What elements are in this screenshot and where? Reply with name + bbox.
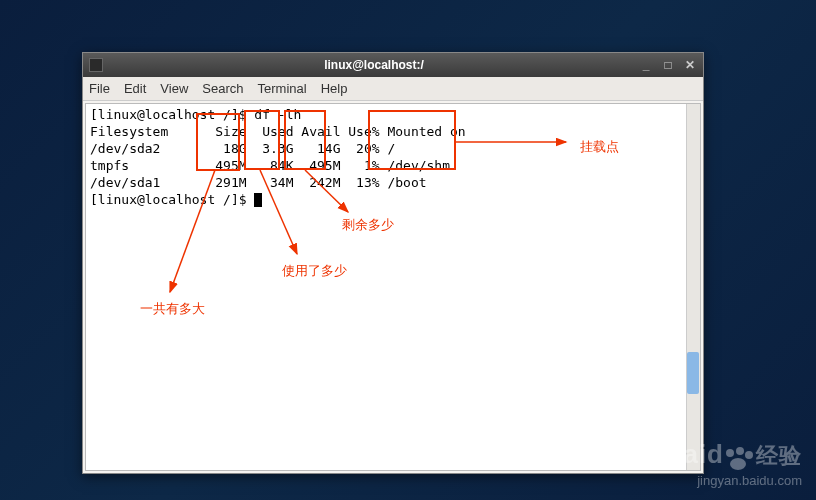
minimize-button[interactable]: _	[639, 58, 653, 72]
cursor	[254, 193, 262, 207]
watermark: Baid 经验 jingyan.baidu.com	[664, 439, 802, 488]
terminal-body[interactable]: [linux@localhost /]$ df -lh Filesystem S…	[85, 103, 701, 471]
menu-bar: File Edit View Search Terminal Help	[83, 77, 703, 101]
terminal-window: linux@localhost:/ _ □ ✕ File Edit View S…	[82, 52, 704, 474]
watermark-url: jingyan.baidu.com	[664, 473, 802, 488]
maximize-button[interactable]: □	[661, 58, 675, 72]
output-row: /dev/sda2 18G 3.3G 14G 20% /	[90, 141, 395, 156]
output-header: Filesystem Size Used Avail Use% Mounted …	[90, 124, 466, 139]
paw-icon	[724, 449, 752, 471]
menu-view[interactable]: View	[160, 81, 188, 96]
menu-edit[interactable]: Edit	[124, 81, 146, 96]
window-title: linux@localhost:/	[109, 58, 639, 72]
label-avail: 剩余多少	[342, 216, 394, 234]
watermark-brand: Baid	[664, 439, 724, 469]
close-button[interactable]: ✕	[683, 58, 697, 72]
label-size: 一共有多大	[140, 300, 205, 318]
prompt-line: [linux@localhost /]$	[90, 192, 254, 207]
terminal-output: [linux@localhost /]$ df -lh Filesystem S…	[86, 104, 700, 210]
prompt-line: [linux@localhost /]$ df -lh	[90, 107, 301, 122]
scroll-thumb[interactable]	[687, 352, 699, 394]
output-row: tmpfs 495M 84K 495M 1% /dev/shm	[90, 158, 450, 173]
menu-help[interactable]: Help	[321, 81, 348, 96]
menu-search[interactable]: Search	[202, 81, 243, 96]
scrollbar[interactable]	[686, 104, 700, 470]
watermark-brand2: 经验	[756, 443, 802, 468]
menu-terminal[interactable]: Terminal	[258, 81, 307, 96]
label-used: 使用了多少	[282, 262, 347, 280]
terminal-icon	[89, 58, 103, 72]
menu-file[interactable]: File	[89, 81, 110, 96]
label-mount: 挂载点	[580, 138, 619, 156]
output-row: /dev/sda1 291M 34M 242M 13% /boot	[90, 175, 427, 190]
title-bar[interactable]: linux@localhost:/ _ □ ✕	[83, 53, 703, 77]
